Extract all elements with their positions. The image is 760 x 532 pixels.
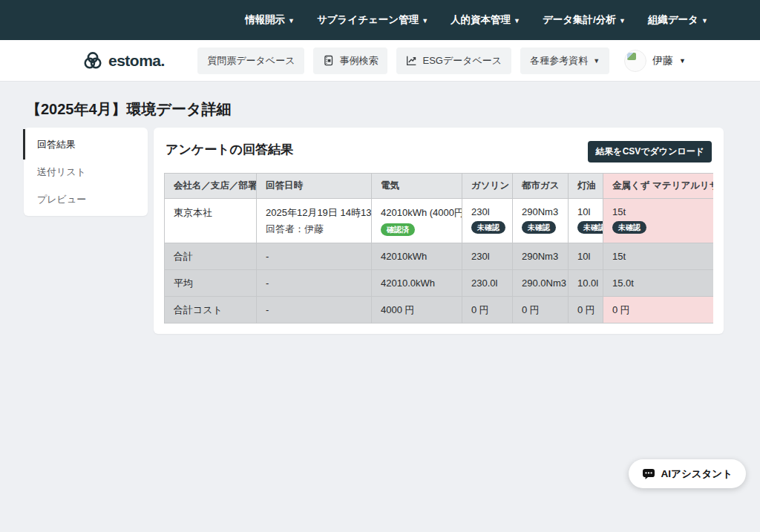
results-table-container[interactable]: 会社名／支店／部署 回答日時 電気 ガソリン 都市ガス 灯油 金属くず マテリア…: [164, 173, 713, 324]
sidebar-item-label: プレビュー: [37, 193, 86, 206]
cell-city-gas: 0 円: [513, 297, 569, 324]
cell-metal: 15t: [603, 243, 714, 270]
app-header: estoma. 質問票データベース 事例検索 ESGデータベース 各種参考資料 …: [0, 40, 760, 82]
table-row-answer: 東京本社 2025年12月19日 14時13分 回答者：伊藤 42010kWh …: [165, 199, 714, 243]
chevron-down-icon: ▼: [288, 18, 295, 24]
questionnaire-db-button[interactable]: 質問票データベース: [197, 47, 304, 74]
sidebar-item-answer-results[interactable]: 回答結果: [24, 131, 148, 158]
user-name: 伊藤: [652, 54, 673, 68]
cell-kerosene: 0 円: [569, 297, 603, 324]
table-row-average: 平均 - 42010.0kWh 230.0l 290.0Nm3 10.0l 15…: [165, 270, 714, 297]
case-search-label: 事例検索: [339, 54, 378, 68]
chat-icon: [642, 468, 655, 480]
avatar: [624, 50, 646, 72]
col-header-electricity: 電気: [372, 174, 462, 199]
nav-item-label: サプライチェーン管理: [317, 13, 419, 27]
status-badge-unconfirmed: 未確認: [612, 221, 646, 234]
reference-materials-button[interactable]: 各種参考資料 ▼: [520, 47, 609, 74]
cell-electricity: 42010kWh: [372, 243, 462, 270]
col-header-datetime: 回答日時: [257, 174, 372, 199]
sidebar-item-preview[interactable]: プレビュー: [24, 185, 148, 213]
answer-results-card: アンケートの回答結果 結果をCSVでダウンロード 会社名／支店／部署 回答日時 …: [154, 128, 724, 334]
cell-kerosene: 10l 未確認: [569, 199, 603, 243]
nav-item-label: 情報開示: [245, 13, 285, 27]
estoma-logo-icon: [82, 50, 104, 72]
status-badge-unconfirmed: 未確認: [522, 221, 556, 234]
card-header: アンケートの回答結果 結果をCSVでダウンロード: [166, 141, 712, 162]
cell-electricity: 42010kWh (4000円) 確認済: [372, 199, 462, 243]
reference-materials-label: 各種参考資料: [530, 54, 588, 68]
col-header-kerosene: 灯油: [569, 174, 603, 199]
case-search-button[interactable]: 事例検索: [313, 47, 387, 74]
estoma-logo[interactable]: estoma.: [82, 50, 165, 72]
sidebar: 回答結果 送付リスト プレビュー: [24, 128, 148, 216]
nav-item-org-data[interactable]: 組織データ▼: [648, 13, 708, 27]
questionnaire-db-label: 質問票データベース: [207, 54, 295, 68]
status-badge-confirmed: 確認済: [381, 223, 415, 236]
esg-db-button[interactable]: ESGデータベース: [396, 47, 511, 74]
cell-electricity: 4000 円: [372, 297, 462, 324]
sidebar-item-label: 送付リスト: [37, 165, 86, 179]
col-header-metal-recycle: 金属くず マテリアルリサイ: [603, 174, 714, 199]
cell-datetime: -: [257, 270, 372, 297]
book-icon: [323, 55, 334, 66]
table-row-total-cost: 合計コスト - 4000 円 0 円 0 円 0 円 0 円: [165, 297, 714, 324]
chevron-down-icon: ▼: [701, 18, 708, 24]
page-title: 【2025年4月】環境データ詳細: [26, 99, 232, 119]
cell-datetime: 2025年12月19日 14時13分 回答者：伊藤: [257, 199, 372, 243]
nav-item-data-analysis[interactable]: データ集計/分析▼: [543, 13, 626, 27]
table-header-row: 会社名／支店／部署 回答日時 電気 ガソリン 都市ガス 灯油 金属くず マテリア…: [165, 174, 714, 199]
nav-item-supply-chain[interactable]: サプライチェーン管理▼: [317, 13, 428, 27]
user-menu[interactable]: 伊藤 ▼: [624, 50, 686, 72]
ai-assistant-label: AIアシスタント: [661, 467, 733, 481]
table-row-total: 合計 - 42010kWh 230l 290Nm3 10l 15t: [165, 243, 714, 270]
chart-trend-icon: [406, 55, 417, 66]
avatar-image: [627, 53, 636, 60]
answer-datetime: 2025年12月19日 14時13分: [266, 206, 362, 220]
cell-gasoline: 0 円: [462, 297, 513, 324]
nav-item-label: 人的資本管理: [451, 13, 511, 27]
cell-row-label: 合計: [165, 243, 257, 270]
electricity-value: 42010kWh (4000円): [381, 206, 453, 220]
cell-metal: 15t 未確認: [603, 199, 714, 243]
sidebar-item-label: 回答結果: [37, 138, 76, 151]
cell-gasoline: 230l: [462, 243, 513, 270]
nav-item-human-capital[interactable]: 人的資本管理▼: [451, 13, 520, 27]
chevron-down-icon: ▼: [619, 18, 626, 24]
chevron-down-icon: ▼: [593, 58, 600, 65]
cell-company: 東京本社: [165, 199, 257, 243]
chevron-down-icon: ▼: [679, 57, 686, 65]
nav-item-disclosure[interactable]: 情報開示▼: [245, 13, 295, 27]
cell-gasoline: 230.0l: [462, 270, 513, 297]
cell-city-gas: 290.0Nm3: [513, 270, 569, 297]
cell-metal: 15.0t: [603, 270, 714, 297]
answer-responder: 回答者：伊藤: [266, 223, 362, 236]
col-header-city-gas: 都市ガス: [513, 174, 569, 199]
cell-kerosene: 10l: [569, 243, 603, 270]
appbar-actions: 質問票データベース 事例検索 ESGデータベース 各種参考資料 ▼ 伊藤: [197, 47, 686, 74]
chevron-down-icon: ▼: [422, 18, 428, 24]
cell-kerosene: 10.0l: [569, 270, 603, 297]
kerosene-value: 10l: [577, 206, 594, 217]
col-header-company: 会社名／支店／部署: [165, 174, 257, 199]
cell-electricity: 42010.0kWh: [372, 270, 462, 297]
status-badge-unconfirmed: 未確認: [471, 221, 505, 234]
esg-db-label: ESGデータベース: [422, 54, 502, 68]
sidebar-item-send-list[interactable]: 送付リスト: [24, 158, 148, 185]
logo-text: estoma.: [108, 52, 165, 70]
cell-city-gas: 290Nm3 未確認: [513, 199, 569, 243]
results-table: 会社名／支店／部署 回答日時 電気 ガソリン 都市ガス 灯油 金属くず マテリア…: [164, 173, 713, 324]
city-gas-value: 290Nm3: [522, 206, 559, 217]
cell-row-label: 平均: [165, 270, 257, 297]
nav-item-label: データ集計/分析: [543, 13, 616, 27]
top-navigation: 情報開示▼ サプライチェーン管理▼ 人的資本管理▼ データ集計/分析▼ 組織デー…: [0, 0, 760, 40]
ai-assistant-button[interactable]: AIアシスタント: [629, 459, 746, 488]
cell-datetime: -: [257, 243, 372, 270]
download-csv-button[interactable]: 結果をCSVでダウンロード: [588, 141, 712, 162]
gasoline-value: 230l: [471, 206, 503, 217]
nav-item-label: 組織データ: [648, 13, 698, 27]
status-badge-unconfirmed: 未確認: [577, 221, 603, 234]
cell-row-label: 合計コスト: [165, 297, 257, 324]
chevron-down-icon: ▼: [514, 18, 520, 24]
cell-metal: 0 円: [603, 297, 714, 324]
